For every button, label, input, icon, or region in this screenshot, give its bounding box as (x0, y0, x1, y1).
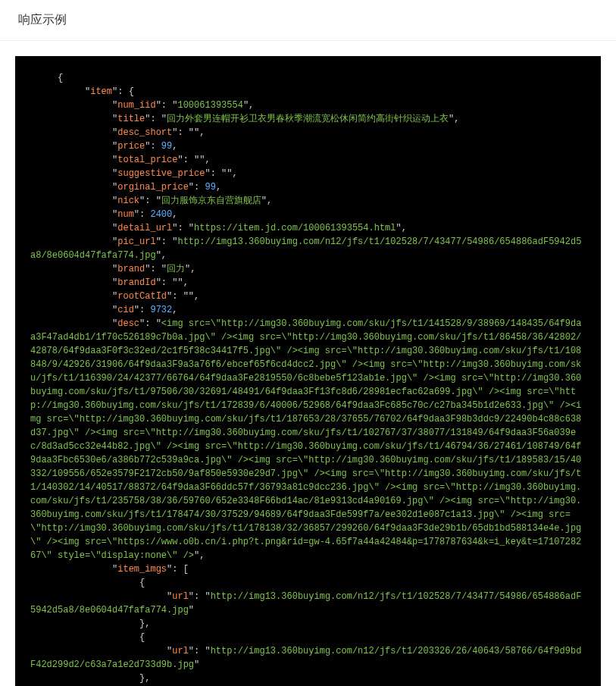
key-brand: brand (117, 264, 145, 274)
key-pic-url: pic_url (117, 236, 155, 247)
val-nick: 回力服饰京东自营旗舰店 (161, 196, 261, 206)
key-desc-short: desc_short (117, 127, 172, 138)
key-cid: cid (117, 305, 134, 315)
section-title: 响应示例 (18, 13, 67, 26)
key-url: url (172, 646, 189, 656)
val-cid: 9732 (150, 305, 172, 315)
key-total-price: total_price (117, 155, 177, 165)
key-price: price (117, 141, 145, 152)
key-detail-url: detail_url (117, 223, 172, 233)
key-item: item (90, 86, 112, 97)
key-brand-id: brandId (117, 277, 155, 288)
key-suggestive-price: suggestive_price (117, 168, 205, 179)
json-code: { "item": { "num_iid": "100061393554", "… (30, 71, 586, 686)
key-num-iid: num_iid (117, 100, 155, 111)
val-price: 99 (161, 141, 172, 152)
val-title: 回力外套男连帽开衫卫衣男春秋季潮流宽松休闲简约高街针织运动上衣 (167, 114, 449, 124)
code-block: { "item": { "num_iid": "100061393554", "… (15, 56, 601, 686)
key-root-cat-id: rootCatId (117, 291, 167, 302)
section-header: 响应示例 (0, 0, 616, 41)
val-detail-url: https://item.jd.com/100061393554.html (194, 223, 396, 233)
key-orginal-price: orginal_price (117, 182, 189, 193)
val-brand: 回力 (167, 264, 185, 274)
key-url: url (172, 591, 189, 602)
key-title: title (117, 114, 145, 124)
key-num: num (117, 209, 134, 220)
key-desc: desc (117, 318, 139, 329)
val-desc: <img src=\"http://img30.360buyimg.com/sk… (30, 318, 581, 561)
key-item-imgs: item_imgs (117, 564, 167, 575)
val-num: 2400 (150, 209, 172, 220)
val-orginal-price: 99 (205, 182, 215, 193)
val-num-iid: 100061393554 (177, 100, 242, 111)
key-nick: nick (117, 196, 139, 206)
